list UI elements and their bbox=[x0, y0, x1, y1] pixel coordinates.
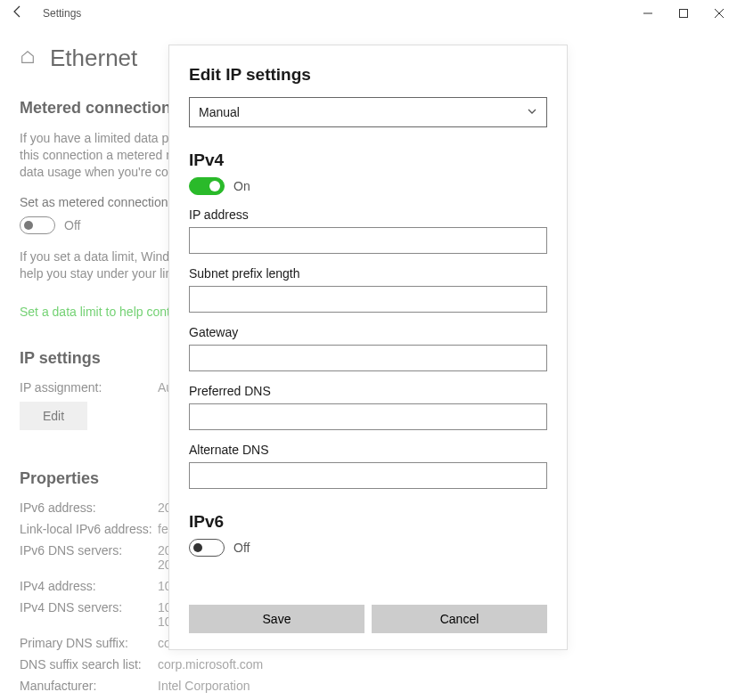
alternate-dns-input[interactable] bbox=[189, 462, 547, 489]
ipv6-heading: IPv6 bbox=[189, 512, 547, 532]
app-title: Settings bbox=[43, 7, 81, 20]
table-row: Manufacturer:Intel Corporation bbox=[20, 679, 717, 693]
ip-address-input[interactable] bbox=[189, 227, 547, 254]
ipv4-toggle-state: On bbox=[233, 179, 250, 193]
preferred-dns-label: Preferred DNS bbox=[189, 384, 547, 398]
ipv6-toggle[interactable] bbox=[189, 539, 225, 557]
subnet-label: Subnet prefix length bbox=[189, 266, 547, 281]
mode-select[interactable]: Manual bbox=[189, 97, 547, 127]
ip-address-label: IP address bbox=[189, 208, 547, 222]
gateway-input[interactable] bbox=[189, 345, 547, 371]
chevron-down-icon bbox=[527, 105, 537, 119]
gateway-label: Gateway bbox=[189, 325, 547, 339]
alternate-dns-label: Alternate DNS bbox=[189, 443, 547, 457]
ipv6-toggle-state: Off bbox=[233, 541, 250, 555]
mode-select-value: Manual bbox=[199, 105, 240, 119]
ipv4-heading: IPv4 bbox=[189, 151, 547, 170]
preferred-dns-input[interactable] bbox=[189, 403, 547, 430]
titlebar: Settings bbox=[0, 0, 737, 27]
page-title: Ethernet bbox=[50, 45, 137, 72]
edit-button[interactable]: Edit bbox=[20, 402, 87, 430]
table-row: DNS suffix search list:corp.microsoft.co… bbox=[20, 657, 717, 672]
ip-assignment-label: IP assignment: bbox=[20, 380, 158, 395]
cancel-button[interactable]: Cancel bbox=[372, 605, 547, 633]
subnet-input[interactable] bbox=[189, 286, 547, 313]
window-controls bbox=[630, 0, 737, 27]
maximize-button[interactable] bbox=[666, 0, 701, 27]
metered-toggle[interactable] bbox=[20, 216, 55, 234]
home-icon[interactable] bbox=[20, 49, 36, 68]
ipv4-toggle[interactable] bbox=[189, 177, 225, 195]
edit-ip-modal: Edit IP settings Manual IPv4 On IP addre… bbox=[168, 45, 568, 650]
back-button[interactable] bbox=[9, 4, 27, 22]
minimize-button[interactable] bbox=[630, 0, 666, 27]
save-button[interactable]: Save bbox=[189, 605, 364, 633]
close-button[interactable] bbox=[701, 0, 737, 27]
svg-rect-1 bbox=[680, 10, 688, 18]
metered-toggle-state: Off bbox=[64, 218, 80, 232]
modal-title: Edit IP settings bbox=[189, 65, 547, 85]
